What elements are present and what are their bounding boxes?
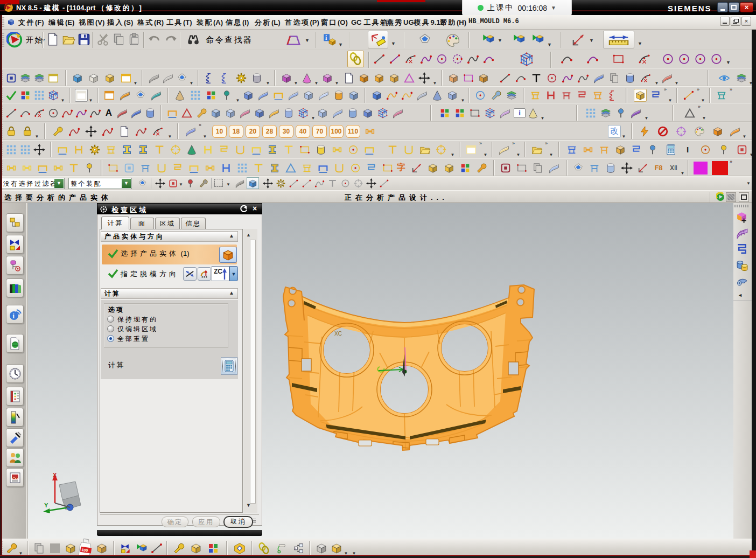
svg-text:i: i	[295, 547, 296, 550]
svg-text:Y: Y	[44, 502, 48, 508]
svg-text:XC: XC	[334, 331, 342, 337]
svg-text:X: X	[53, 472, 57, 478]
